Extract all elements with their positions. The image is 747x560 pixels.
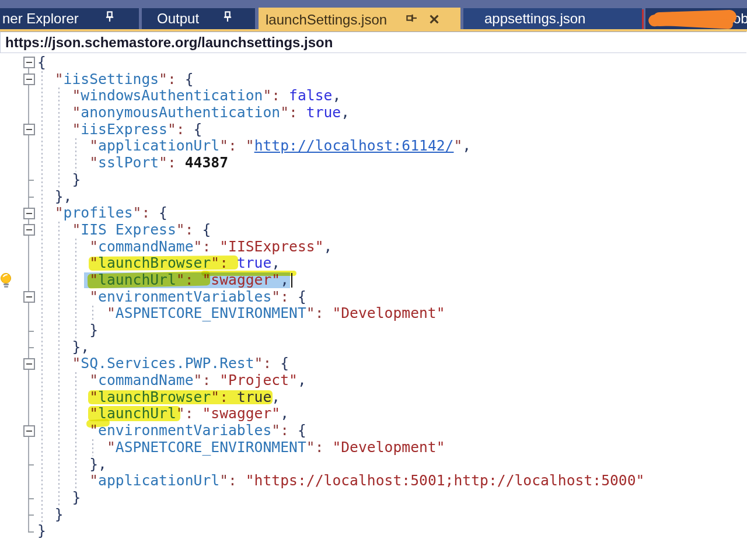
code-line[interactable]: "applicationUrl": "http://localhost:6114… xyxy=(37,138,644,155)
pin-icon[interactable] xyxy=(406,12,418,28)
fold-toggle[interactable] xyxy=(23,224,35,236)
token: environmentVariables xyxy=(98,422,271,439)
fold-toggle[interactable] xyxy=(23,358,35,370)
token xyxy=(37,355,72,372)
tab-appsettings-label: appsettings.json xyxy=(484,10,585,27)
token: ": xyxy=(306,439,333,456)
fold-toggle[interactable] xyxy=(23,425,35,437)
code-line[interactable]: }, xyxy=(37,456,644,473)
code-line[interactable]: "IIS Express": { xyxy=(37,222,644,239)
token: } xyxy=(37,522,46,539)
code-line[interactable]: "sslPort": 44387 xyxy=(37,155,644,172)
token: false xyxy=(289,87,332,104)
pin-icon[interactable] xyxy=(221,10,234,27)
vs-editor-window: ner Explorer Output launchSettings.json … xyxy=(0,0,747,560)
token: { xyxy=(37,54,46,71)
token: " xyxy=(246,137,254,154)
token xyxy=(37,171,72,188)
token: iisExpress xyxy=(81,121,167,138)
token: { xyxy=(298,288,306,305)
code-line[interactable]: "iisSettings": { xyxy=(37,71,644,88)
token: commandName xyxy=(98,372,194,388)
fold-toggle[interactable] xyxy=(23,57,35,68)
schema-url-text: https://json.schemastore.org/launchsetti… xyxy=(1,34,333,51)
code-line[interactable]: "anonymousAuthentication": true, xyxy=(37,104,644,121)
token: ": xyxy=(176,221,203,238)
code-line[interactable]: }, xyxy=(37,339,644,356)
token: " xyxy=(72,87,81,104)
token: , xyxy=(298,372,306,388)
code-line[interactable]: "applicationUrl": "https://localhost:500… xyxy=(37,473,644,489)
fold-toggle[interactable] xyxy=(23,208,35,219)
code-line[interactable]: { xyxy=(37,54,644,71)
token: applicationUrl xyxy=(98,472,219,489)
close-icon[interactable] xyxy=(429,12,439,28)
code-line[interactable]: "environmentVariables": { xyxy=(37,422,644,439)
token: SQ.Services.PWP.Rest xyxy=(81,355,254,372)
token xyxy=(37,154,89,171)
token: ": xyxy=(271,288,298,305)
token: { xyxy=(185,71,194,88)
token: ": xyxy=(263,87,289,104)
token: } xyxy=(72,171,81,188)
tab-launchsettings[interactable]: launchSettings.json xyxy=(259,8,460,32)
code-editor[interactable]: { "iisSettings": { "windowsAuthenticatio… xyxy=(0,53,747,560)
code-line[interactable]: "iisExpress": { xyxy=(37,121,644,138)
token: { xyxy=(159,204,167,221)
token: environmentVariables xyxy=(98,288,271,305)
token xyxy=(37,472,89,489)
fold-toggle[interactable] xyxy=(23,124,35,135)
pin-icon[interactable] xyxy=(103,10,116,27)
tab-explorer[interactable]: ner Explorer xyxy=(0,8,139,29)
fold-end-tick xyxy=(28,531,34,533)
token: "Project" xyxy=(219,372,298,388)
token: ": xyxy=(271,422,298,439)
tab-output[interactable]: Output xyxy=(142,8,255,29)
token: " xyxy=(89,137,98,154)
highlighter-stroke xyxy=(201,271,296,276)
token: ": xyxy=(133,204,159,221)
code-line[interactable]: }, xyxy=(37,188,644,205)
token: true xyxy=(237,254,271,271)
highlighter-stroke xyxy=(86,419,110,428)
token: , xyxy=(271,388,280,405)
code-line[interactable]: "windowsAuthentication": false, xyxy=(37,88,644,104)
token xyxy=(37,137,89,154)
lightbulb-icon[interactable] xyxy=(0,272,14,291)
code-line[interactable]: "commandName": "IISExpress", xyxy=(37,239,644,256)
code-line[interactable]: } xyxy=(37,523,644,540)
code-line[interactable]: } xyxy=(37,172,644,188)
tab-explorer-label: ner Explorer xyxy=(2,10,79,27)
code-line[interactable]: "environmentVariables": { xyxy=(37,289,644,306)
code-line[interactable]: "ASPNETCORE_ENVIRONMENT": "Development" xyxy=(37,439,644,456)
tab-scribbled[interactable]: ob xyxy=(645,8,747,29)
token xyxy=(37,456,89,473)
code-line[interactable]: "profiles": { xyxy=(37,205,644,222)
token: , xyxy=(462,137,471,154)
code-content[interactable]: { "iisSettings": { "windowsAuthenticatio… xyxy=(37,54,644,540)
tab-appsettings[interactable]: appsettings.json xyxy=(463,8,642,29)
fold-toggle[interactable] xyxy=(23,291,35,303)
schema-url-bar[interactable]: https://json.schemastore.org/launchsetti… xyxy=(0,32,746,54)
token xyxy=(37,422,89,439)
token: "Development" xyxy=(332,304,445,321)
token: { xyxy=(202,221,211,238)
token: " xyxy=(72,355,81,372)
code-line[interactable]: "commandName": "Project", xyxy=(37,372,644,389)
code-line[interactable]: "SQ.Services.PWP.Rest": { xyxy=(37,355,644,372)
token: ": xyxy=(159,71,185,88)
code-line[interactable]: } xyxy=(37,506,644,523)
token: http://localhost:61142/ xyxy=(254,137,454,154)
token: ASPNETCORE_ENVIRONMENT xyxy=(116,439,306,456)
highlighter-stroke xyxy=(89,256,238,271)
code-line[interactable]: } xyxy=(37,489,644,506)
fold-toggle[interactable] xyxy=(23,74,35,85)
code-line[interactable]: "ASPNETCORE_ENVIRONMENT": "Development" xyxy=(37,305,644,322)
token: ": xyxy=(280,104,306,121)
token: ": xyxy=(194,238,220,255)
fold-end-tick xyxy=(28,180,34,181)
token: ASPNETCORE_ENVIRONMENT xyxy=(116,304,306,321)
code-line[interactable]: } xyxy=(37,322,644,339)
tab-launchsettings-label: launchSettings.json xyxy=(266,12,387,28)
token: }, xyxy=(72,338,89,355)
